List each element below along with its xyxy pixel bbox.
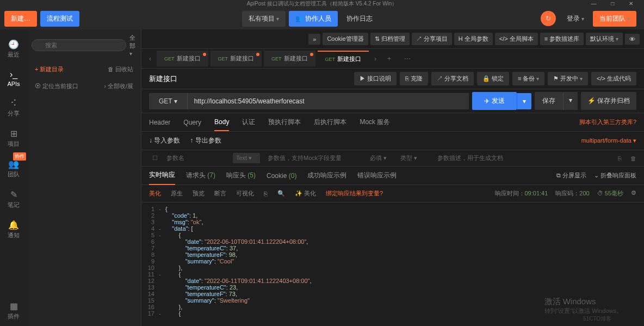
- delete-icon[interactable]: 🗑: [630, 155, 636, 162]
- flowtest-button[interactable]: 流程测试: [40, 11, 79, 27]
- tab-next[interactable]: ›: [371, 55, 380, 63]
- tab-header[interactable]: Header: [149, 114, 170, 131]
- view-pretty[interactable]: 美化: [149, 189, 161, 198]
- tab-mock[interactable]: Mock 服务: [360, 113, 390, 131]
- view-assert[interactable]: 断言: [214, 189, 226, 198]
- new-button[interactable]: 新建…: [4, 11, 37, 27]
- lock-button[interactable]: 🔒 锁定: [477, 72, 509, 85]
- tab-menu[interactable]: ⋯: [399, 55, 416, 63]
- nav-recent[interactable]: 🕘最近: [0, 34, 27, 64]
- search-input[interactable]: [32, 39, 126, 51]
- app-title: ApiPost 接口调试与文档管理工具（精简版本 V5.4.2 For Win）: [247, 1, 398, 7]
- url-input[interactable]: http://localhost:54905/weatherforecast: [187, 93, 469, 109]
- view-preview[interactable]: 预览: [193, 189, 205, 198]
- share-project[interactable]: ↗ 分享项目: [412, 33, 452, 45]
- team-badge: 协作: [13, 152, 26, 161]
- private-project-dropdown[interactable]: 私有项目: [242, 11, 286, 27]
- send-button[interactable]: ✈发送: [472, 92, 517, 110]
- request-tab[interactable]: GET新建接口: [157, 51, 208, 66]
- param-required-head[interactable]: 必填 ▾: [367, 154, 393, 162]
- beautify-icon[interactable]: ✨ 美化: [295, 189, 316, 198]
- cookie-mgr[interactable]: Cookie管理器: [323, 33, 368, 45]
- global-params[interactable]: H 全局参数: [454, 33, 493, 45]
- collab-log-button[interactable]: 协作日志: [341, 11, 378, 27]
- collab-button[interactable]: 👥 协作人员: [289, 11, 338, 27]
- copy-resp-icon[interactable]: ⎘: [264, 190, 268, 197]
- request-tab[interactable]: GET新建接口: [264, 51, 315, 66]
- save-button[interactable]: 保存: [535, 92, 563, 110]
- resp-resphead[interactable]: 响应头 (5): [226, 167, 256, 184]
- save-archive-button[interactable]: ⚡ 保存并归档: [581, 92, 636, 110]
- backup-button[interactable]: ≡ 备份: [512, 72, 544, 85]
- view-visual[interactable]: 可视化: [236, 189, 254, 198]
- status-dropdown[interactable]: ⚑ 开发中: [548, 72, 588, 85]
- export-params[interactable]: ↑ 导出参数: [190, 136, 221, 145]
- tab-postscript[interactable]: 后执行脚本: [314, 113, 346, 131]
- recycle-link[interactable]: 🗑 回收站: [108, 65, 133, 73]
- tab-prev[interactable]: ‹: [146, 55, 154, 63]
- param-checkbox-head[interactable]: ☐: [149, 155, 159, 162]
- eye-icon[interactable]: 👁: [625, 34, 640, 45]
- tab-body[interactable]: Body: [214, 114, 229, 131]
- nav-plugins[interactable]: ▦插件: [0, 296, 27, 326]
- request-tab[interactable]: GET新建接口: [318, 51, 369, 66]
- refresh-button[interactable]: ↻: [541, 11, 556, 26]
- locate-link[interactable]: ⦿ 定位当前接口: [35, 82, 78, 90]
- nav-notify[interactable]: 🔔通知: [0, 214, 27, 245]
- env-dropdown[interactable]: 默认环境: [586, 33, 623, 45]
- param-name-head: 参数名: [163, 154, 228, 162]
- desc-button[interactable]: ▶ 接口说明: [354, 72, 397, 85]
- resp-cookie[interactable]: Cookie (0): [267, 168, 296, 184]
- blog-watermark: 51CTO博客: [583, 315, 611, 323]
- collapse-resp[interactable]: ⌄ 折叠响应面板: [594, 171, 636, 180]
- send-icon: ✈: [484, 97, 490, 105]
- import-params[interactable]: ↓ 导入参数: [149, 136, 180, 145]
- archive-mgr[interactable]: ⇅ 归档管理: [370, 33, 410, 45]
- side-panel: 全部 + 新建目录 🗑 回收站 ⦿ 定位当前接口 › 全部收/展: [27, 29, 141, 326]
- view-raw[interactable]: 原生: [171, 189, 183, 198]
- split-view[interactable]: ⧉ 分屏显示: [556, 171, 586, 180]
- bind-var-link[interactable]: 绑定响应结果到变量?: [326, 189, 383, 198]
- search-scope-dropdown[interactable]: 全部: [129, 34, 137, 57]
- clone-button[interactable]: ⎘ 克隆: [400, 72, 428, 85]
- tab-prescript[interactable]: 预执行脚本: [268, 113, 301, 131]
- param-dtype-head[interactable]: 类型 ▾: [397, 154, 430, 162]
- request-tab[interactable]: GET新建接口: [210, 51, 262, 66]
- resp-success[interactable]: 成功响应示例: [307, 167, 346, 184]
- global-script[interactable]: </> 全局脚本: [495, 33, 538, 45]
- thirdparty-link[interactable]: 脚本引入第三方类库?: [579, 118, 636, 126]
- save-dropdown[interactable]: ▾: [563, 92, 578, 110]
- new-dir-link[interactable]: + 新建目录: [35, 65, 64, 73]
- nav-apis[interactable]: ›_APIs: [0, 64, 27, 93]
- resp-error[interactable]: 错误响应示例: [357, 167, 397, 184]
- bell-icon: 🔔: [0, 220, 27, 230]
- team-dropdown[interactable]: 当前团队: [593, 11, 636, 27]
- clock-icon: 🕘: [0, 39, 27, 50]
- more-tools[interactable]: »: [308, 34, 320, 45]
- resp-realtime[interactable]: 实时响应: [149, 166, 175, 185]
- param-lib[interactable]: ≡ 参数描述库: [540, 33, 584, 45]
- copy-icon[interactable]: ⎘: [618, 155, 622, 162]
- body-format[interactable]: multipart/form-data ▾: [581, 137, 636, 144]
- method-select[interactable]: GET ▾: [149, 93, 187, 109]
- search-resp-icon[interactable]: 🔍: [277, 190, 285, 197]
- resp-reqhead[interactable]: 请求头 (7): [186, 167, 215, 184]
- gencode-button[interactable]: </> 生成代码: [591, 72, 636, 85]
- param-type-head[interactable]: Text ▾: [233, 153, 260, 163]
- tab-add[interactable]: +: [382, 55, 397, 63]
- nav-project[interactable]: ⊞项目: [0, 123, 27, 153]
- send-dropdown[interactable]: ▾: [517, 93, 531, 109]
- nav-notes[interactable]: ✎笔记: [0, 184, 27, 214]
- tab-query[interactable]: Query: [183, 114, 201, 131]
- secondary-toolbar: » Cookie管理器 ⇅ 归档管理 ↗ 分享项目 H 全局参数 </> 全局脚…: [141, 29, 644, 49]
- nav-team[interactable]: 协作👥团队: [0, 153, 27, 184]
- nav-share[interactable]: ⠪分享: [0, 93, 27, 123]
- resp-code: 响应码：200: [555, 189, 589, 198]
- login-dropdown[interactable]: 登录: [561, 11, 590, 27]
- share-doc-button[interactable]: ↗ 分享文档: [431, 72, 474, 85]
- tab-auth[interactable]: 认证: [242, 113, 255, 131]
- response-body[interactable]: 1-{2 "code": 1,3 "msg": "ok",4- "data": …: [141, 202, 644, 326]
- settings-icon[interactable]: ⚙: [631, 189, 636, 198]
- window-controls[interactable]: — □ ✕: [591, 0, 640, 8]
- expand-link[interactable]: › 全部收/展: [104, 82, 133, 90]
